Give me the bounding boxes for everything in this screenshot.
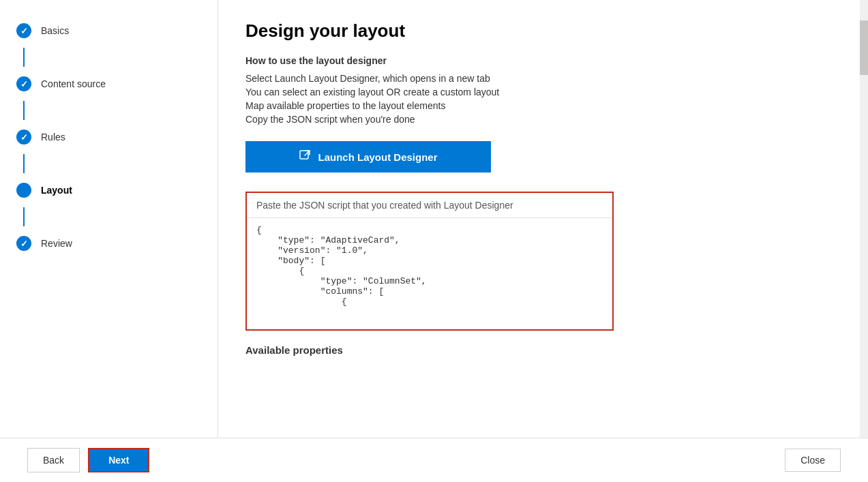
json-placeholder-label: Paste the JSON script that you created w…	[247, 193, 612, 218]
svg-rect-0	[300, 151, 308, 159]
instruction-3: Map available properties to the layout e…	[245, 100, 833, 111]
bottom-bar: Back Next Close	[0, 438, 868, 482]
next-button[interactable]: Next	[88, 448, 149, 472]
sidebar-label-layout: Layout	[41, 185, 72, 196]
sidebar-label-rules: Rules	[41, 132, 65, 142]
sidebar-label-review: Review	[41, 238, 72, 249]
sidebar-label-basics: Basics	[41, 25, 69, 36]
step-connector-1	[23, 48, 25, 67]
sidebar: Basics Content source Rules Layout Revie…	[0, 0, 218, 438]
bottom-left-buttons: Back Next	[27, 448, 149, 472]
sidebar-item-layout[interactable]: Layout	[0, 173, 218, 207]
instruction-4: Copy the JSON script when you're done	[245, 114, 833, 125]
sidebar-item-content-source[interactable]: Content source	[0, 67, 218, 101]
sidebar-label-content-source: Content source	[41, 78, 106, 89]
step-circle-review	[16, 236, 31, 251]
step-circle-rules	[16, 130, 31, 145]
launch-icon	[299, 149, 311, 164]
json-script-input[interactable]	[247, 218, 612, 327]
content-area: Design your layout How to use the layout…	[218, 0, 868, 438]
sidebar-item-rules[interactable]: Rules	[0, 120, 218, 154]
available-properties-label: Available properties	[245, 344, 833, 356]
section-subtitle: How to use the layout designer	[245, 55, 833, 66]
content-scroll-area: Design your layout How to use the layout…	[218, 0, 860, 438]
sidebar-item-basics[interactable]: Basics	[0, 14, 218, 48]
step-connector-2	[23, 101, 25, 120]
launch-button-label: Launch Layout Designer	[318, 151, 437, 163]
json-textarea-container: Paste the JSON script that you created w…	[245, 192, 614, 331]
page-title: Design your layout	[245, 20, 833, 42]
step-circle-basics	[16, 23, 31, 38]
scrollbar-thumb[interactable]	[860, 20, 868, 75]
step-connector-3	[23, 154, 25, 173]
main-scrollbar[interactable]	[860, 0, 868, 438]
step-connector-4	[23, 207, 25, 226]
back-button[interactable]: Back	[27, 448, 80, 472]
main-container: Basics Content source Rules Layout Revie…	[0, 0, 868, 438]
sidebar-item-review[interactable]: Review	[0, 226, 218, 260]
instruction-1: Select Launch Layout Designer, which ope…	[245, 73, 833, 84]
launch-layout-designer-button[interactable]: Launch Layout Designer	[245, 141, 491, 172]
step-circle-layout	[16, 183, 31, 198]
step-circle-content-source	[16, 76, 31, 91]
instruction-2: You can select an existing layout OR cre…	[245, 87, 833, 97]
instructions-list: Select Launch Layout Designer, which ope…	[245, 73, 833, 125]
close-button[interactable]: Close	[785, 449, 841, 472]
